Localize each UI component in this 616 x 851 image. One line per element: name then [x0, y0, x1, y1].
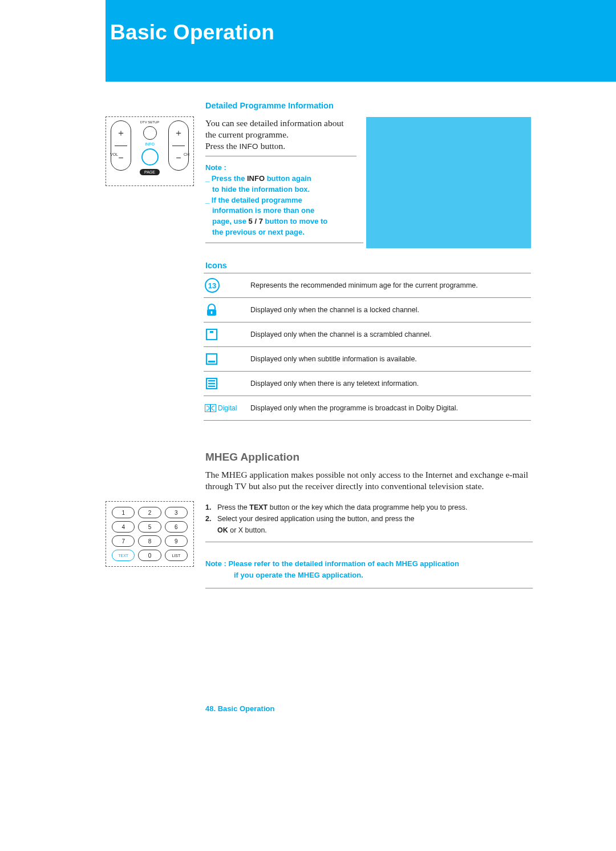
icon-row-lock: Displayed only when the channel is a loc…	[204, 298, 531, 322]
icons-table: 13 Represents the recommended minimum ag…	[204, 273, 531, 421]
volume-rocker: ＋ −	[111, 120, 131, 171]
key-2: 2	[138, 507, 161, 518]
mheg-intro: The MHEG application makes possible not …	[205, 469, 530, 493]
key-4: 4	[112, 521, 135, 533]
remote-diagram-keypad: 1 2 3 4 5 6 7 8 9 TEXT 0 LIST	[106, 501, 194, 567]
icon-desc: Displayed only when there is any teletex…	[250, 379, 531, 389]
plus-icon: ＋	[169, 121, 188, 146]
mheg-heading: MHEG Application	[205, 451, 299, 463]
header-banner: Basic Operation	[106, 0, 616, 82]
svg-rect-5	[208, 361, 215, 362]
teletext-icon	[205, 377, 218, 390]
minus-icon: −	[111, 146, 131, 170]
icon-desc: Represents the recommended minimum age f…	[250, 281, 531, 291]
info-screenshot-placeholder	[366, 117, 531, 248]
scramble-icon	[205, 328, 218, 341]
svg-rect-4	[206, 354, 217, 364]
svg-rect-1	[211, 311, 213, 314]
key-3: 3	[165, 507, 188, 518]
mheg-note-l2: if you operate the MHEG application.	[234, 570, 533, 581]
page-footer: 48. Basic Operation	[205, 704, 274, 713]
dtv-setup-button-icon	[143, 126, 157, 140]
key-text: TEXT	[112, 550, 135, 561]
svg-rect-7	[208, 380, 215, 381]
step2c: or X button.	[228, 526, 267, 534]
note-l1b: INFO	[247, 174, 265, 183]
mheg-steps: 1. Press the TEXT button or the key whic…	[205, 502, 533, 542]
plus-icon: ＋	[111, 121, 131, 146]
dpi-line2a: Press the	[205, 141, 239, 151]
step1a: Press the	[217, 503, 249, 511]
dpi-body-text: You can see detailed information about t…	[205, 118, 356, 156]
svg-rect-9	[208, 386, 215, 387]
mheg-note: Note : Please refer to the detailed info…	[205, 558, 533, 588]
key-0: 0	[138, 550, 161, 561]
dpi-line1: You can see detailed information about t…	[205, 118, 344, 139]
note-l3: _ If the detailed programme	[205, 196, 302, 204]
key-9: 9	[165, 535, 188, 547]
icon-row-age: 13 Represents the recommended minimum ag…	[204, 273, 531, 298]
dolby-text: Digital	[218, 404, 237, 412]
icons-heading: Icons	[205, 261, 227, 270]
key-7: 7	[112, 535, 135, 547]
svg-rect-8	[208, 383, 215, 384]
key-1: 1	[112, 507, 135, 518]
icon-row-subtitle: Displayed only when subtitle information…	[204, 347, 531, 372]
note-l4: information is more than one	[212, 206, 314, 215]
dpi-line2c: button.	[258, 141, 285, 151]
lock-icon	[205, 303, 218, 317]
age-rating-icon: 13	[205, 278, 220, 293]
dpi-heading: Detailed Programme Information	[205, 101, 334, 110]
mheg-note-label: Note :	[205, 559, 228, 568]
icon-desc: Displayed only when the channel is a scr…	[250, 330, 531, 340]
mheg-note-l1: Please refer to the detailed information…	[228, 559, 459, 568]
step2-num: 2.	[205, 513, 214, 536]
note-l1c: button again	[265, 174, 311, 183]
key-5: 5	[138, 521, 161, 533]
info-button-icon	[141, 148, 159, 166]
icon-desc: Displayed only when subtitle information…	[250, 354, 531, 364]
minus-icon: −	[169, 146, 188, 170]
remote-diagram-top: VOL CH ＋ − DTV SETUP INFO PAGE ＋ −	[106, 116, 194, 186]
note-l5d: 7	[259, 217, 263, 225]
svg-rect-3	[210, 331, 213, 333]
icon-row-scramble: Displayed only when the channel is a scr…	[204, 322, 531, 347]
note-l5c: /	[253, 217, 259, 225]
note-l5e: button to move to	[263, 217, 327, 225]
svg-rect-2	[206, 329, 217, 340]
dolby-digital-icon: Digital	[205, 404, 237, 412]
step2b: OK	[217, 526, 228, 534]
channel-rocker: ＋ −	[168, 120, 189, 171]
note-block: Note : _ Press the INFO button again to …	[205, 163, 363, 243]
key-list: LIST	[165, 550, 188, 561]
dpi-info-word: INFO	[239, 142, 258, 151]
key-8: 8	[138, 535, 161, 547]
note-l2: to hide the information box.	[212, 185, 310, 193]
icon-desc: Displayed only when the programme is bro…	[250, 404, 531, 413]
subtitle-icon	[205, 352, 218, 366]
step1-num: 1.	[205, 502, 214, 513]
step1c: button or the key which the data program…	[268, 503, 467, 511]
note-label: Note :	[205, 163, 226, 172]
step2a: Select your desired application using th…	[217, 515, 414, 523]
note-l1a: _ Press the	[205, 174, 247, 183]
page-button-icon: PAGE	[140, 169, 160, 175]
note-l6: the previous or next page.	[212, 228, 305, 236]
icon-row-teletext: Displayed only when there is any teletex…	[204, 372, 531, 396]
note-l5b: 5	[249, 217, 253, 225]
page-title: Basic Operation	[110, 21, 616, 45]
key-6: 6	[165, 521, 188, 533]
icon-desc: Displayed only when the channel is a loc…	[250, 305, 531, 315]
info-label: INFO	[145, 142, 155, 146]
dtv-setup-label: DTV SETUP	[140, 120, 160, 124]
note-l5a: page, use	[212, 217, 249, 225]
step1b: TEXT	[249, 503, 268, 511]
icon-row-dolby: Digital Displayed only when the programm…	[204, 396, 531, 421]
